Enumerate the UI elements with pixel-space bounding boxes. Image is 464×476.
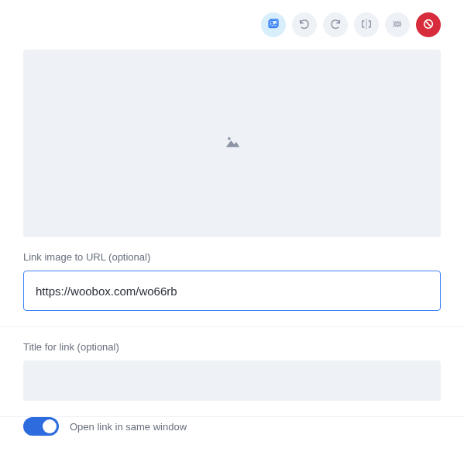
- redo-button[interactable]: [323, 12, 348, 37]
- crop-button[interactable]: [385, 12, 410, 37]
- same-window-toggle-row: Open link in same window: [23, 417, 441, 436]
- cancel-button[interactable]: [416, 12, 441, 37]
- link-url-label: Link image to URL (optional): [23, 251, 441, 263]
- toolbar: [9, 12, 441, 37]
- image-button[interactable]: [261, 12, 286, 37]
- same-window-toggle[interactable]: [23, 417, 59, 436]
- title-label: Title for link (optional): [23, 341, 441, 353]
- image-placeholder[interactable]: [23, 50, 441, 237]
- flip-horizontal-button[interactable]: [354, 12, 379, 37]
- link-url-input[interactable]: [23, 271, 441, 311]
- undo-icon: [298, 18, 311, 33]
- cancel-icon: [422, 18, 435, 33]
- title-field-group: Title for link (optional): [23, 341, 441, 401]
- svg-rect-3: [394, 22, 400, 25]
- redo-icon: [329, 18, 342, 33]
- link-url-field-group: Link image to URL (optional) https://woo…: [23, 251, 441, 311]
- image-icon: [267, 18, 280, 33]
- same-window-label: Open link in same window: [70, 421, 187, 433]
- placeholder-image-icon: [225, 135, 240, 152]
- crop-icon: [391, 18, 404, 33]
- undo-button[interactable]: [292, 12, 317, 37]
- svg-point-2: [271, 22, 273, 23]
- divider: [0, 326, 464, 327]
- svg-point-5: [228, 137, 231, 140]
- title-input[interactable]: [23, 360, 441, 401]
- flip-horizontal-icon: [360, 18, 373, 33]
